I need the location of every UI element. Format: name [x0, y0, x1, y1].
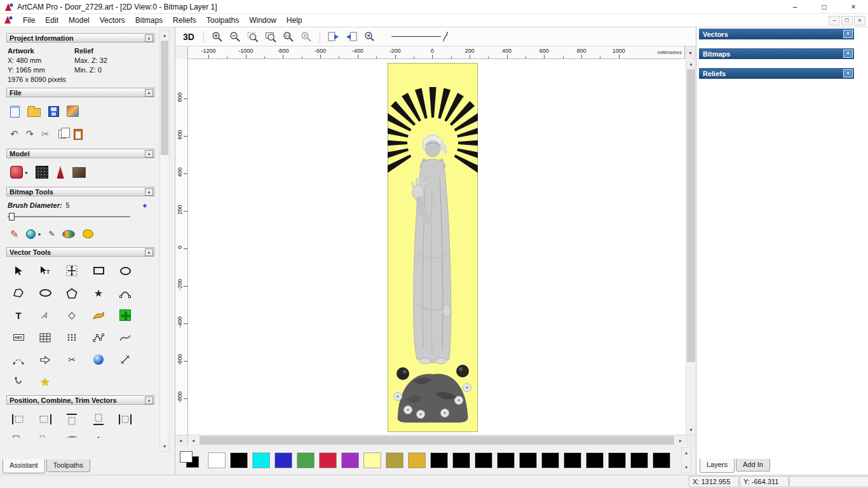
scroll-left-icon[interactable]: ◄: [188, 435, 198, 445]
menu-toolpaths[interactable]: Toolpaths: [201, 15, 244, 26]
scroll-down-icon[interactable]: ▼: [160, 442, 169, 451]
align-left-icon[interactable]: [8, 410, 29, 428]
rectangle-tool-icon[interactable]: [88, 262, 109, 280]
vectors-panel-header[interactable]: Vectors ▼: [699, 29, 854, 39]
node-editing-icon[interactable]: [88, 329, 109, 346]
arrow-tool-icon[interactable]: [34, 351, 56, 369]
zoom-fit-icon[interactable]: [264, 30, 278, 44]
maximize-button[interactable]: □: [810, 0, 839, 14]
weld-vectors-icon[interactable]: [61, 431, 83, 438]
nesting-tool-icon[interactable]: NES: [114, 431, 136, 438]
collapse-button[interactable]: ▲: [145, 248, 153, 256]
color-swatch-20[interactable]: [653, 452, 670, 468]
tab-assistant[interactable]: Assistant: [3, 459, 45, 473]
tab-add-in[interactable]: Add In: [736, 459, 770, 471]
circle-tool-icon[interactable]: [114, 262, 136, 280]
menu-edit[interactable]: Edit: [40, 15, 64, 26]
menu-help[interactable]: Help: [281, 15, 308, 26]
scroll-down-icon[interactable]: ▼: [686, 425, 696, 435]
zoom-100-icon[interactable]: 1:1: [281, 30, 295, 44]
collapse-button[interactable]: ▲: [145, 150, 153, 158]
color-swatch-17[interactable]: [586, 452, 604, 468]
zoom-previous-icon[interactable]: [362, 30, 376, 44]
color-swatch-4[interactable]: [297, 452, 315, 468]
ungroup-vectors-icon[interactable]: [34, 431, 56, 438]
menu-model[interactable]: Model: [64, 15, 95, 26]
bitmap-to-vector-icon[interactable]: [114, 306, 136, 324]
collapse-button[interactable]: ▲: [145, 34, 153, 42]
menu-reliefs[interactable]: Reliefs: [168, 15, 201, 26]
collapse-button[interactable]: ▲: [145, 89, 153, 97]
reliefs-panel-header[interactable]: Reliefs ▼: [699, 68, 854, 79]
group-vectors-icon[interactable]: [8, 431, 29, 438]
copy-icon[interactable]: [58, 130, 66, 139]
color-swatch-16[interactable]: [564, 452, 581, 468]
color-swatch-3[interactable]: [275, 452, 292, 468]
color-swatch-18[interactable]: [608, 452, 626, 468]
align-right-icon[interactable]: [34, 410, 56, 428]
color-swatch-19[interactable]: [630, 452, 648, 468]
scroll-up-icon[interactable]: ▲: [682, 448, 691, 458]
trim-vectors-icon[interactable]: ✂: [61, 351, 83, 369]
menu-window[interactable]: Window: [244, 15, 281, 26]
scroll-up-icon[interactable]: ▲: [686, 59, 696, 69]
flood-fill-icon[interactable]: [26, 229, 36, 239]
ellipse-tool-icon[interactable]: [34, 284, 56, 302]
color-swatch-8[interactable]: [386, 452, 403, 468]
colour-palette-icon[interactable]: [62, 230, 75, 238]
zoom-in-icon[interactable]: [210, 30, 224, 44]
color-swatch-5[interactable]: [319, 452, 337, 468]
star-burst-icon[interactable]: ★: [34, 373, 56, 391]
align-centre-icon[interactable]: [114, 410, 136, 428]
export-model-icon[interactable]: [67, 105, 79, 117]
scatter-dots-icon[interactable]: [88, 431, 109, 438]
text-on-plane-icon[interactable]: A: [31, 306, 58, 324]
color-swatch-15[interactable]: [541, 452, 559, 468]
magic-blob-icon[interactable]: [83, 229, 93, 238]
collapse-button[interactable]: ▲: [145, 188, 153, 196]
close-button[interactable]: ×: [839, 0, 868, 14]
brush-diameter-slider[interactable]: [6, 211, 149, 222]
collapse-button[interactable]: ▲: [145, 396, 153, 404]
polygon-tool-icon[interactable]: [61, 284, 83, 302]
canvas-horizontal-scrollbar[interactable]: ◄ ►: [188, 435, 686, 445]
fit-curve-icon[interactable]: [114, 329, 136, 346]
zoom-objects-icon[interactable]: [299, 30, 313, 44]
scroll-thumb[interactable]: [200, 436, 674, 445]
slider-handle[interactable]: [9, 213, 15, 220]
draw-pixel-icon[interactable]: ✎: [48, 229, 55, 238]
text-tool-icon[interactable]: T: [8, 306, 29, 324]
mdi-minimize-button[interactable]: –: [829, 16, 840, 25]
align-top-icon[interactable]: [61, 410, 83, 428]
panel-toggle-icon[interactable]: ►: [175, 435, 188, 445]
tab-layers[interactable]: Layers: [700, 459, 735, 473]
select-cursor-icon[interactable]: [8, 262, 29, 280]
sphere-preview-icon[interactable]: [88, 351, 109, 369]
color-selector-foreground[interactable]: [180, 451, 193, 463]
save-model-icon[interactable]: [48, 106, 59, 117]
mdi-restore-button[interactable]: □: [841, 16, 853, 25]
chevron-down-icon[interactable]: ▼: [843, 50, 853, 58]
bitmaps-panel-header[interactable]: Bitmaps ▼: [699, 48, 854, 59]
mdi-close-button[interactable]: ×: [854, 16, 865, 25]
freehand-polyline-icon[interactable]: [8, 284, 29, 302]
cut-icon[interactable]: ✂: [41, 128, 50, 140]
abc-text-block-icon[interactable]: ABC: [8, 329, 29, 346]
color-swatch-2[interactable]: [252, 452, 270, 468]
flyout-arrow-icon[interactable]: ▸: [25, 170, 28, 175]
color-swatch-14[interactable]: [519, 452, 537, 468]
color-swatch-7[interactable]: [363, 452, 381, 468]
scroll-down-icon[interactable]: ▼: [682, 463, 691, 472]
move-nodes-icon[interactable]: [61, 262, 83, 280]
arc-tool-icon[interactable]: [114, 284, 136, 302]
minimize-button[interactable]: –: [780, 0, 810, 14]
chevron-down-icon[interactable]: ▼: [843, 30, 853, 38]
redo-icon[interactable]: ↷: [26, 128, 34, 140]
flyout-arrow-icon[interactable]: ▸: [38, 231, 41, 237]
set-model-size-icon[interactable]: [10, 166, 23, 179]
scroll-right-icon[interactable]: ►: [675, 435, 686, 445]
color-swatch-13[interactable]: [497, 452, 515, 468]
ruler-units-dropdown[interactable]: ▼: [684, 46, 696, 59]
color-swatch-10[interactable]: [430, 452, 448, 468]
menu-file[interactable]: File: [18, 15, 40, 26]
